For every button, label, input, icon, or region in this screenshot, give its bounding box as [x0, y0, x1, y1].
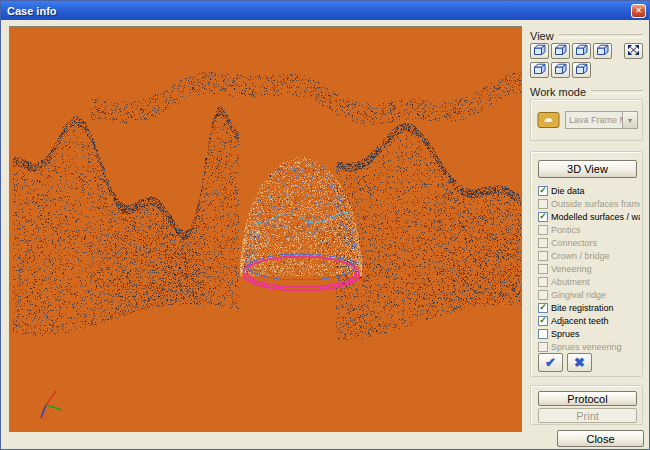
display-group: 3D View ✓Die dataOutside surfaces frame✓… [530, 151, 643, 377]
display-options-list: ✓Die dataOutside surfaces frame✓Modelled… [538, 184, 640, 353]
check-icon: ✔ [545, 356, 556, 369]
option-connectors: Connectors [538, 236, 640, 249]
close-window-button[interactable]: ✕ [631, 4, 646, 18]
view-cube-icon [533, 44, 547, 59]
work-mode-group: Lava Frame Multi XL ▼ [530, 99, 643, 141]
checkbox-label: Connectors [551, 238, 597, 248]
checkbox-label: Die data [551, 186, 585, 196]
3d-view-button[interactable]: 3D View [538, 160, 637, 178]
dropdown-arrow-icon[interactable]: ▼ [622, 112, 637, 128]
checkbox-label: Veneering [551, 264, 592, 274]
option-veneering: Veneering [538, 262, 640, 275]
view-cube-icon [533, 63, 547, 78]
option-crown-bridge: Crown / bridge [538, 249, 640, 262]
cross-icon: ✖ [574, 356, 585, 369]
checkbox-label: Bite registration [551, 303, 614, 313]
checkbox-icon [538, 277, 548, 287]
option-modelled-surfaces-waxup[interactable]: ✓Modelled surfaces / waxup [538, 210, 640, 223]
work-mode-icon [537, 110, 561, 130]
checkbox-icon [538, 342, 548, 352]
viewport-canvas[interactable] [10, 27, 521, 431]
discard-button[interactable]: ✖ [567, 353, 592, 372]
confirm-buttons: ✔ ✖ [538, 353, 592, 372]
report-group: Protocol Print [530, 385, 643, 425]
print-button[interactable]: Print [538, 408, 637, 423]
checkbox-label: Adjacent teeth [551, 316, 609, 326]
view-3-button[interactable] [572, 43, 591, 59]
expand-arrows-icon [627, 44, 640, 59]
checkbox-label: Pontics [551, 225, 581, 235]
view-5-button[interactable] [530, 62, 549, 78]
checkbox-label: Crown / bridge [551, 251, 610, 261]
checkbox-icon [538, 264, 548, 274]
work-mode-section-header: Work mode [530, 86, 643, 98]
checkbox-icon[interactable]: ✓ [538, 303, 548, 313]
close-icon: ✕ [635, 7, 642, 15]
work-mode-dropdown[interactable]: Lava Frame Multi XL ▼ [565, 111, 638, 129]
window-title: Case info [7, 5, 631, 17]
option-bite-registration[interactable]: ✓Bite registration [538, 301, 640, 314]
case-info-window: Case info ✕ View Work mode Lava Frame Mu… [0, 0, 650, 450]
view-cube-icon [596, 44, 610, 59]
view-1-button[interactable] [530, 43, 549, 59]
checkbox-icon[interactable]: ✓ [538, 186, 548, 196]
view-cube-icon [575, 63, 589, 78]
apply-button[interactable]: ✔ [538, 353, 563, 372]
view-2-button[interactable] [551, 43, 570, 59]
checkbox-label: Modelled surfaces / waxup [551, 212, 640, 222]
fit-to-window-button[interactable] [624, 43, 643, 59]
option-die-data[interactable]: ✓Die data [538, 184, 640, 197]
view-cube-icon [554, 44, 568, 59]
checkbox-icon[interactable]: ✓ [538, 212, 548, 222]
view-buttons-row1 [530, 43, 643, 59]
checkbox-label: Abutment [551, 277, 590, 287]
option-abutment: Abutment [538, 275, 640, 288]
option-gingival-ridge: Gingival ridge [538, 288, 640, 301]
option-sprues[interactable]: Sprues [538, 327, 640, 340]
checkbox-icon [538, 290, 548, 300]
titlebar: Case info ✕ [1, 1, 649, 20]
option-sprues-veneering: Sprues veneering [538, 340, 640, 353]
view-section-header: View [530, 30, 643, 42]
checkbox-label: Gingival ridge [551, 290, 606, 300]
option-pontics: Pontics [538, 223, 640, 236]
checkbox-icon [538, 251, 548, 261]
checkbox-icon [538, 225, 548, 235]
checkbox-label: Sprues [551, 329, 580, 339]
checkbox-icon [538, 238, 548, 248]
close-button[interactable]: Close [557, 430, 644, 447]
3d-viewport[interactable] [9, 26, 522, 432]
checkbox-icon[interactable]: ✓ [538, 316, 548, 326]
view-buttons-row2 [530, 62, 643, 78]
work-mode-value: Lava Frame Multi XL [566, 112, 622, 128]
checkbox-label: Outside surfaces frame [551, 199, 640, 209]
view-4-button[interactable] [593, 43, 612, 59]
view-6-button[interactable] [551, 62, 570, 78]
view-cube-icon [554, 63, 568, 78]
checkbox-icon [538, 199, 548, 209]
view-section-label: View [530, 30, 554, 42]
checkbox-label: Sprues veneering [551, 342, 622, 352]
checkbox-icon[interactable] [538, 329, 548, 339]
protocol-button[interactable]: Protocol [538, 391, 637, 406]
option-outside-surfaces-frame: Outside surfaces frame [538, 197, 640, 210]
work-mode-section-label: Work mode [530, 86, 586, 98]
view-7-button[interactable] [572, 62, 591, 78]
option-adjacent-teeth[interactable]: ✓Adjacent teeth [538, 314, 640, 327]
view-cube-icon [575, 44, 589, 59]
